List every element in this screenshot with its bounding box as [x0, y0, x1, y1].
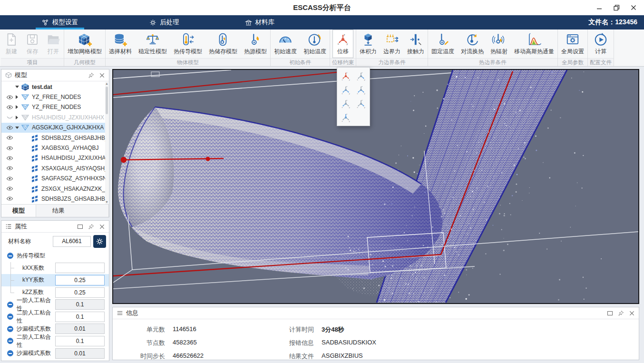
- minus-circle-icon[interactable]: [7, 302, 13, 308]
- restore-panel-icon[interactable]: [606, 310, 613, 316]
- heat-storage-model-button[interactable]: 热储存模型: [205, 29, 241, 58]
- convection-button[interactable]: 对流换热: [458, 29, 487, 58]
- tree-item[interactable]: YZ_FREE_NODES: [1, 92, 105, 102]
- tab-model[interactable]: 模型: [1, 205, 36, 217]
- tree-item[interactable]: ZSXGX_HSAKAZNZXK_AHASX: [1, 184, 105, 194]
- material-settings-button[interactable]: [93, 235, 106, 248]
- expander-down-icon[interactable]: [14, 127, 20, 129]
- property-value-input[interactable]: [55, 348, 105, 359]
- visibility-icon[interactable]: [5, 104, 14, 111]
- minus-circle-icon[interactable]: [7, 350, 13, 356]
- tab-results[interactable]: 结果: [36, 205, 109, 217]
- visibility-icon[interactable]: [5, 124, 14, 131]
- restore-panel-icon[interactable]: [77, 223, 83, 230]
- fixed-temperature-button[interactable]: 固定温度: [428, 29, 458, 58]
- initial-temperature-button[interactable]: 初始温度: [300, 29, 330, 58]
- property-row[interactable]: kXX系数: [1, 262, 109, 275]
- close-panel-icon[interactable]: [628, 310, 635, 316]
- pin-icon[interactable]: [88, 72, 94, 78]
- expander-down-icon[interactable]: [14, 86, 20, 88]
- scroll-up-icon[interactable]: ▲: [105, 82, 108, 86]
- scroll-down-icon[interactable]: ▼: [105, 200, 108, 204]
- tab-model-settings[interactable]: 模型设置: [34, 15, 86, 29]
- info-panel-title: 信息: [126, 309, 138, 317]
- heat-conduction-model-button[interactable]: 热传导模型: [170, 29, 205, 58]
- tab-post-process[interactable]: 后处理: [142, 15, 187, 29]
- visibility-icon[interactable]: [5, 145, 14, 152]
- property-row[interactable]: 二阶人工粘合性: [1, 311, 109, 323]
- property-value-input[interactable]: [55, 312, 105, 322]
- displacement-option-3[interactable]: zxy: [338, 83, 353, 97]
- boundary-force-button[interactable]: 边界力: [380, 29, 404, 58]
- tree-item[interactable]: SDHSBJZS_GHSABJHB_ZAHU: [1, 133, 105, 143]
- property-row[interactable]: 热传导模型: [1, 250, 109, 262]
- material-name-input[interactable]: [53, 236, 91, 247]
- initial-velocity-button[interactable]: 初始速度: [271, 29, 300, 58]
- property-row[interactable]: 沙漏模式系数: [1, 347, 109, 360]
- tree-item[interactable]: XSAXGAUS_AISYAQSH_ASHX: [1, 163, 105, 173]
- property-row[interactable]: kYY系数: [1, 274, 109, 286]
- visibility-icon[interactable]: [5, 155, 14, 162]
- scrollbar-thumb[interactable]: [106, 87, 108, 114]
- displacement-option-4[interactable]: zxy: [353, 83, 369, 97]
- body-force-button[interactable]: 体积力: [356, 29, 380, 58]
- visibility-icon[interactable]: [5, 94, 14, 101]
- minimize-button[interactable]: [591, 0, 608, 15]
- visibility-icon[interactable]: [5, 185, 14, 192]
- tab-material-library[interactable]: 材料库: [237, 15, 283, 29]
- close-button[interactable]: [625, 0, 642, 15]
- moving-gauss-heat-flux-button[interactable]: 移动高斯热通量: [511, 29, 557, 58]
- property-value-input[interactable]: [55, 263, 105, 273]
- contact-force-button[interactable]: 接触力: [404, 29, 428, 58]
- heat-source-model-button[interactable]: 热源模型: [241, 29, 270, 58]
- save-button[interactable]: 保存: [22, 29, 43, 58]
- property-row[interactable]: 二阶人工粘合性: [1, 335, 109, 347]
- visibility-icon[interactable]: [5, 165, 14, 172]
- tree-item[interactable]: XAGBSXG_AYHAQBJ: [1, 143, 105, 153]
- open-folder-button[interactable]: 打开: [43, 29, 64, 58]
- expander-right-icon[interactable]: [14, 95, 20, 99]
- visibility-off-icon[interactable]: [5, 114, 14, 121]
- displacement-option-7[interactable]: zxy: [338, 110, 353, 124]
- tree-item[interactable]: HSAUHDISU_JZXIUXHAHX: [1, 112, 105, 122]
- tree-item[interactable]: HSAUHDISU_JZXIUXHAHX: [1, 153, 105, 163]
- displacement-option-1[interactable]: zxy: [338, 69, 353, 83]
- stability-model-button[interactable]: 稳定性模型: [135, 29, 170, 58]
- displacement-option-5[interactable]: zxy: [338, 97, 353, 110]
- property-value-input[interactable]: [55, 324, 105, 334]
- close-panel-icon[interactable]: [98, 223, 105, 230]
- tree-item[interactable]: AGSGKJKG_GJHXAJKHXA: [1, 123, 105, 133]
- property-value-input[interactable]: [55, 275, 105, 285]
- minus-circle-icon[interactable]: [7, 314, 13, 320]
- global-settings-button[interactable]: 全局设置: [558, 29, 587, 58]
- minus-circle-icon[interactable]: [7, 326, 13, 332]
- select-material-button[interactable]: 选择材料: [106, 29, 135, 58]
- property-value-input[interactable]: [55, 336, 105, 346]
- displacement-button[interactable]: zxy位移: [332, 29, 353, 58]
- tree-item[interactable]: test.dat: [1, 82, 105, 92]
- tree-item[interactable]: YZ_FREE_NODES: [1, 102, 105, 112]
- thermal-radiation-button[interactable]: 热辐射: [487, 29, 511, 58]
- displacement-option-6[interactable]: zxy: [353, 97, 369, 110]
- visibility-icon[interactable]: [5, 175, 14, 182]
- restore-button[interactable]: [608, 0, 625, 15]
- minus-circle-icon[interactable]: [7, 253, 13, 259]
- close-panel-icon[interactable]: [98, 72, 105, 78]
- property-value-input[interactable]: [55, 287, 105, 298]
- minus-circle-icon[interactable]: [7, 338, 13, 344]
- visibility-icon[interactable]: [5, 195, 14, 202]
- pin-icon[interactable]: [88, 223, 94, 230]
- tree-scrollbar[interactable]: ▲ ▼: [105, 82, 108, 204]
- tree-item[interactable]: SDHSBJZS_GHSABJHB_ZAHU: [1, 194, 105, 204]
- property-value-input[interactable]: [55, 299, 105, 310]
- expander-right-icon[interactable]: [14, 105, 20, 109]
- compute-button[interactable]: 计算: [590, 29, 611, 58]
- tree-item[interactable]: SAGFASGZ_ASYHHXSN: [1, 174, 105, 184]
- expander-right-icon[interactable]: [14, 116, 20, 119]
- viewport-3d[interactable]: [112, 69, 639, 304]
- visibility-icon[interactable]: [5, 134, 14, 141]
- new-file-button[interactable]: 新建: [1, 29, 22, 58]
- add-mesh-model-button[interactable]: 增加网格模型: [64, 29, 105, 58]
- displacement-option-2[interactable]: zxy: [353, 69, 369, 83]
- pin-icon[interactable]: [617, 310, 624, 316]
